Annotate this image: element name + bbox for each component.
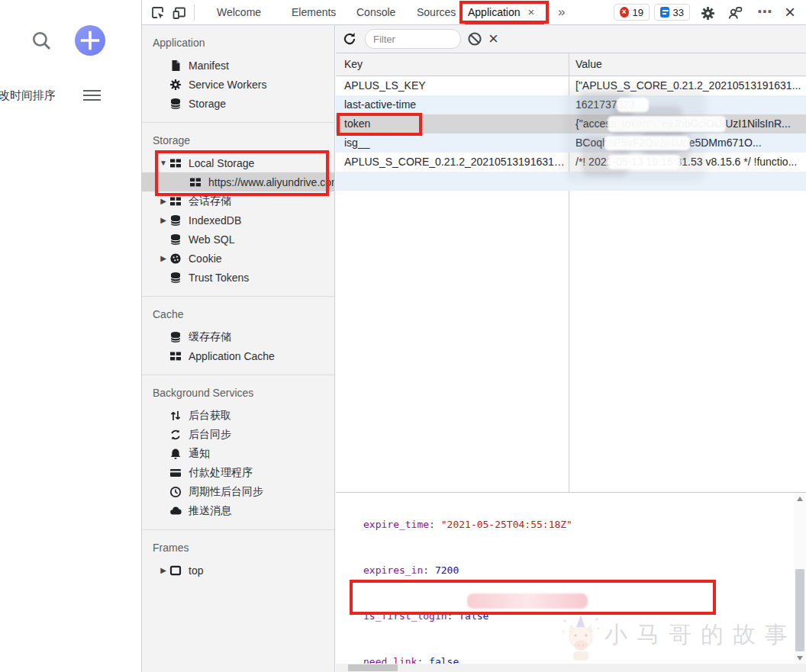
table-row[interactable]: isg__ BCoqhnP5vF2Qv2ii4Upe5DMm671O... [336,133,806,153]
error-count-badge[interactable]: × 19 [614,4,650,21]
device-toolbar-icon[interactable] [172,6,186,20]
table-grid-icon [169,157,182,169]
table-grid-icon [189,176,202,188]
tab-sources[interactable]: Sources [417,0,456,25]
gear-icon [169,79,182,91]
cookie-icon [169,252,182,265]
up-down-arrows-icon [169,410,182,422]
tab-elements[interactable]: Elements [292,0,336,25]
sidebar-item-background-fetch[interactable]: 后台获取 [142,406,334,425]
bell-icon [169,448,182,460]
database-icon [169,214,182,227]
error-count: 19 [633,7,643,18]
scroll-down-icon[interactable] [797,656,803,661]
section-background-services: Background Services 后台获取 后台同步 通知 [142,375,334,530]
refresh-icon[interactable] [342,31,357,47]
message-count: 33 [673,7,684,18]
app-sidebar: 改时间排序 [0,0,141,672]
list-menu-icon[interactable] [83,90,101,101]
sidebar-item-background-sync[interactable]: 后台同步 [142,425,334,444]
value-preview-panel: expire_time"2021-05-25T04:55:18Z" expire… [336,492,806,664]
delete-selected-icon[interactable]: × [488,25,498,53]
json-entry: expire_time"2021-05-25T04:55:18Z" [363,517,656,532]
local-storage-pane: × Key Value APLUS_LS_KEY ["APLUS_S_CORE_… [336,25,806,672]
sidebar-item-frame-top[interactable]: ▶ top [142,561,334,580]
table-row-empty[interactable] [336,172,806,191]
clock-icon [169,486,182,498]
search-icon[interactable] [31,31,52,51]
add-button[interactable] [75,25,105,56]
sidebar-item-periodic-background-sync[interactable]: 周期性后台同步 [142,482,334,501]
scrollbar-thumb[interactable] [795,569,804,651]
table-row[interactable]: APLUS_LS_KEY ["APLUS_S_CORE_0.21.2_20210… [336,76,806,95]
database-icon [169,331,182,343]
plus-icon [75,25,105,56]
vertical-scrollbar[interactable] [794,493,806,664]
sort-by-modified-label[interactable]: 改时间排序 [0,88,56,103]
expand-arrow-icon[interactable]: ▶ [158,566,169,574]
expand-arrow-icon[interactable]: ▶ [158,197,169,205]
sidebar-item-service-workers[interactable]: Service Workers [142,75,334,94]
application-panel-sidebar: Application Manifest Service Workers Sto… [142,25,335,672]
storage-toolbar: × [336,25,806,53]
json-entry: is_first_loginfalse [363,609,656,624]
horizontal-scrollbar[interactable] [336,664,806,672]
close-tab-icon[interactable]: × [528,5,535,18]
sidebar-item-manifest[interactable]: Manifest [142,56,334,75]
column-header-value[interactable]: Value [575,53,602,76]
database-icon [169,98,182,110]
section-title: Application [142,33,334,53]
cloud-icon [169,505,182,517]
sidebar-item-web-sql[interactable]: Web SQL [142,230,334,249]
tab-welcome[interactable]: Welcome [217,0,261,25]
table-row[interactable]: APLUS_S_CORE_0.21.2_20210513191631_2... … [336,153,806,172]
scroll-up-icon[interactable] [797,497,803,501]
table-row-token-selected[interactable]: token {"access_token": "eyJhbGciOiJIUzI1… [336,114,806,133]
section-storage: Storage ▼ Local Storage https://www.aliy… [142,123,334,297]
tab-console[interactable]: Console [356,0,395,25]
section-title: Cache [142,304,334,324]
scrollbar-thumb[interactable] [348,664,398,671]
sidebar-item-trust-tokens[interactable]: Trust Tokens [142,268,334,287]
sidebar-item-payment-handler[interactable]: 付款处理程序 [142,463,334,482]
sidebar-item-session-storage[interactable]: ▶ 会话存储 [142,191,334,211]
sidebar-item-aliyundrive-origin[interactable]: https://www.aliyundrive.com [142,172,334,191]
column-header-key[interactable]: Key [344,53,363,76]
issues-people-icon[interactable] [728,6,743,21]
sidebar-item-cookie[interactable]: ▶ Cookie [142,249,334,268]
table-row[interactable]: last-active-time 1621737323 [336,95,806,114]
sync-icon [169,429,182,441]
expand-arrow-icon[interactable]: ▼ [158,159,169,167]
expand-arrow-icon[interactable]: ▶ [158,254,169,262]
settings-gear-icon[interactable] [701,6,715,21]
payment-card-icon [169,467,182,479]
json-preview: expire_time"2021-05-25T04:55:18Z" expire… [363,492,656,664]
frame-icon [169,564,182,577]
active-tab-indicator [465,22,544,24]
message-count-badge[interactable]: 33 [654,4,690,21]
section-frames: Frames ▶ top [142,530,334,589]
block-clear-icon[interactable] [467,31,482,47]
section-cache: Cache 缓存存储 Application Cache [142,297,334,375]
manifest-icon [169,59,182,72]
table-grid-icon [169,195,182,207]
sidebar-item-indexeddb[interactable]: ▶ IndexedDB [142,211,334,230]
sidebar-item-local-storage[interactable]: ▼ Local Storage [142,153,334,172]
filter-input[interactable] [365,29,461,49]
more-tabs-icon[interactable]: » [558,0,565,25]
close-devtools-icon[interactable]: × [785,0,795,25]
more-options-icon[interactable]: ⋯ [757,0,772,25]
table-grid-icon [169,350,182,362]
sidebar-item-notifications[interactable]: 通知 [142,444,334,463]
section-title: Storage [142,130,334,150]
database-icon [169,272,182,284]
expand-arrow-icon[interactable]: ▶ [158,216,169,224]
devtools-window: Welcome Elements Console Sources Applica… [141,0,806,672]
inspect-element-icon[interactable] [151,6,165,20]
database-icon [169,233,182,246]
sidebar-item-push-messaging[interactable]: 推送消息 [142,501,334,520]
sidebar-item-application-cache[interactable]: Application Cache [142,346,334,365]
devtools-tabbar: Welcome Elements Console Sources Applica… [142,0,806,25]
sidebar-item-cache-storage[interactable]: 缓存存储 [142,327,334,346]
sidebar-item-storage[interactable]: Storage [142,94,334,113]
